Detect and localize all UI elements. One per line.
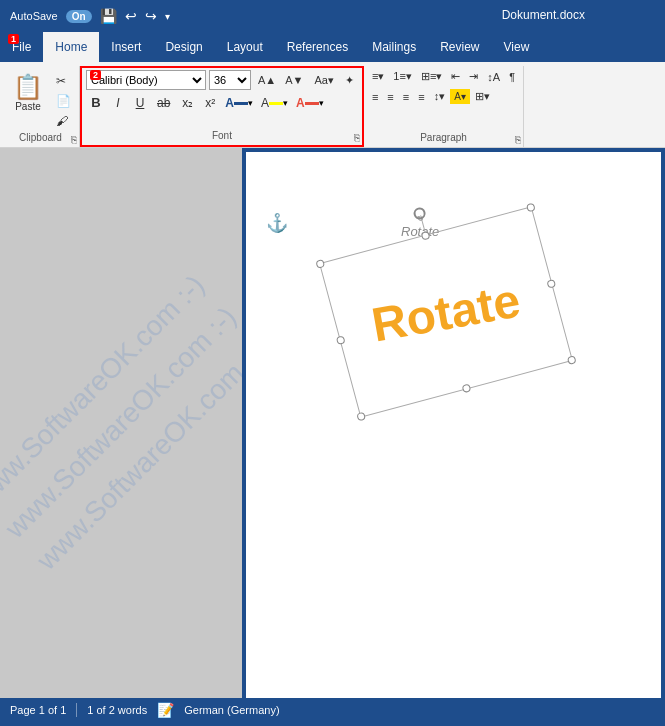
title-bar-left: AutoSave On 💾 ↩ ↪ ▾ <box>10 8 170 24</box>
status-divider-1 <box>76 703 77 717</box>
tab-insert[interactable]: Insert <box>99 32 153 62</box>
para-label: Paragraph <box>364 132 523 143</box>
italic-button[interactable]: I <box>108 94 128 112</box>
tab-design[interactable]: Design <box>153 32 214 62</box>
tab-view[interactable]: View <box>492 32 542 62</box>
tab-review[interactable]: Review <box>428 32 491 62</box>
customize-icon[interactable]: ▾ <box>165 11 170 22</box>
increase-indent-button[interactable]: ⇥ <box>465 68 482 85</box>
ribbon-content: 📋 Paste ✂ 📄 🖌 Clipboard ⎘ 2 Calibri (Bod… <box>0 62 665 148</box>
sort-button[interactable]: ↕A <box>483 69 504 85</box>
strikethrough-button[interactable]: ab <box>152 94 175 112</box>
handle-tl[interactable] <box>315 259 325 269</box>
highlight-button[interactable]: A ▾ <box>258 94 291 112</box>
text-color-indicator <box>305 102 319 105</box>
para-row2: ≡ ≡ ≡ ≡ ↕▾ A▾ ⊞▾ <box>368 88 494 105</box>
highlight-arrow[interactable]: ▾ <box>283 98 288 108</box>
numbering-button[interactable]: 1≡▾ <box>389 68 416 85</box>
rotate-handle[interactable]: ↻ <box>412 206 427 221</box>
bullets-button[interactable]: ≡▾ <box>368 68 388 85</box>
handle-br[interactable] <box>567 355 577 365</box>
para-expand-icon[interactable]: ⎘ <box>515 134 521 145</box>
font-size-btns: A▲ A▼ <box>254 72 307 88</box>
show-hide-button[interactable]: ¶ <box>505 69 519 85</box>
save-icon[interactable]: 💾 <box>100 8 117 24</box>
text-color-arrow[interactable]: ▾ <box>319 98 324 108</box>
highlight-color-indicator <box>269 102 283 105</box>
redo-icon[interactable]: ↪ <box>145 8 157 24</box>
rotate-textbox[interactable]: ↻ Rotate <box>319 206 573 417</box>
tab-references[interactable]: References <box>275 32 360 62</box>
paragraph-group: ≡▾ 1≡▾ ⊞≡▾ ⇤ ⇥ ↕A ¶ ≡ ≡ ≡ ≡ ↕▾ A▾ ⊞▾ <box>364 66 524 147</box>
handle-bm[interactable] <box>462 383 472 393</box>
font-badge: 2 <box>90 70 101 80</box>
line-spacing-button[interactable]: ↕▾ <box>430 88 450 105</box>
ribbon: File 1 Home Insert Design Layout Referen… <box>0 32 665 148</box>
font-color-indicator <box>234 102 248 105</box>
right-panel: ⚓ Rotate ↻ Rotate <box>246 152 661 698</box>
text-color-button[interactable]: A ▾ <box>293 94 327 112</box>
font-row1: Calibri (Body) 36 A▲ A▼ Aa▾ ✦ <box>86 70 358 90</box>
status-bar: Page 1 of 1 1 of 2 words 📝 German (Germa… <box>0 698 665 722</box>
align-left-button[interactable]: ≡ <box>368 89 382 105</box>
decrease-font-button[interactable]: A▼ <box>281 72 307 88</box>
borders-button[interactable]: ⊞▾ <box>471 88 494 105</box>
proofing-icon[interactable]: 📝 <box>157 702 174 718</box>
clipboard-expand-icon[interactable]: ⎘ <box>71 134 77 145</box>
language: German (Germany) <box>184 704 279 716</box>
underline-button[interactable]: U <box>130 94 150 112</box>
clipboard-label: Clipboard <box>2 132 79 143</box>
font-label: Font <box>82 130 362 141</box>
clear-formatting-button[interactable]: ✦ <box>341 72 358 89</box>
autosave-label: AutoSave <box>10 10 58 22</box>
copy-button[interactable]: 📄 <box>52 92 75 110</box>
font-group: 2 Calibri (Body) 36 A▲ A▼ Aa▾ ✦ <box>80 66 364 147</box>
left-panel: www.SoftwareOK.com :-) www.SoftwareOK.co… <box>0 148 242 698</box>
autosave-toggle[interactable]: On <box>66 10 92 23</box>
handle-tr[interactable] <box>526 203 536 213</box>
font-row2: B I U ab x₂ x² A ▾ A ▾ <box>86 93 327 112</box>
format-painter-button[interactable]: 🖌 <box>52 112 75 130</box>
font-color-arrow[interactable]: ▾ <box>248 98 253 108</box>
paste-button[interactable]: 📋 Paste <box>6 68 50 117</box>
paste-icon: 📋 <box>13 73 43 101</box>
tab-file[interactable]: File 1 <box>0 32 43 62</box>
increase-font-button[interactable]: A▲ <box>254 72 280 88</box>
superscript-button[interactable]: x² <box>200 94 220 112</box>
document-title: Dokument.docx <box>502 8 585 22</box>
page-indicator: Page 1 of 1 <box>10 704 66 716</box>
handle-mr[interactable] <box>546 279 556 289</box>
para-row1: ≡▾ 1≡▾ ⊞≡▾ ⇤ ⇥ ↕A ¶ <box>368 68 519 85</box>
document-area: www.SoftwareOK.com :-) www.SoftwareOK.co… <box>0 148 665 698</box>
font-name-select[interactable]: Calibri (Body) <box>86 70 206 90</box>
align-center-button[interactable]: ≡ <box>383 89 397 105</box>
change-case-button[interactable]: Aa▾ <box>310 72 337 89</box>
clipboard-group: 📋 Paste ✂ 📄 🖌 Clipboard ⎘ <box>2 66 80 147</box>
multilevel-list-button[interactable]: ⊞≡▾ <box>417 68 446 85</box>
undo-icon[interactable]: ↩ <box>125 8 137 24</box>
tab-mailings[interactable]: Mailings <box>360 32 428 62</box>
handle-ml[interactable] <box>336 335 346 345</box>
tab-bar: File 1 Home Insert Design Layout Referen… <box>0 32 665 62</box>
word-count: 1 of 2 words <box>87 704 147 716</box>
align-right-button[interactable]: ≡ <box>399 89 413 105</box>
handle-bl[interactable] <box>356 412 366 422</box>
watermark: www.SoftwareOK.com :-) www.SoftwareOK.co… <box>0 265 242 581</box>
font-size-select[interactable]: 36 <box>209 70 251 90</box>
font-color-button[interactable]: A ▾ <box>222 94 256 112</box>
decrease-indent-button[interactable]: ⇤ <box>447 68 464 85</box>
paste-label: Paste <box>15 101 41 112</box>
bold-button[interactable]: B <box>86 93 106 112</box>
shading-button[interactable]: A▾ <box>450 89 470 104</box>
justify-button[interactable]: ≡ <box>414 89 428 105</box>
subscript-button[interactable]: x₂ <box>177 94 198 112</box>
rotate-text: Rotate <box>368 272 525 352</box>
anchor-icon: ⚓ <box>266 212 288 234</box>
title-bar: AutoSave On 💾 ↩ ↪ ▾ Dokument.docx <box>0 0 665 32</box>
font-expand-icon[interactable]: ⎘ <box>354 132 360 143</box>
tab-home[interactable]: Home <box>43 32 99 62</box>
cut-button[interactable]: ✂ <box>52 72 75 90</box>
tab-layout[interactable]: Layout <box>215 32 275 62</box>
clipboard-small-btns: ✂ 📄 🖌 <box>52 68 75 130</box>
rotate-textbox-inner: Rotate <box>319 206 573 417</box>
